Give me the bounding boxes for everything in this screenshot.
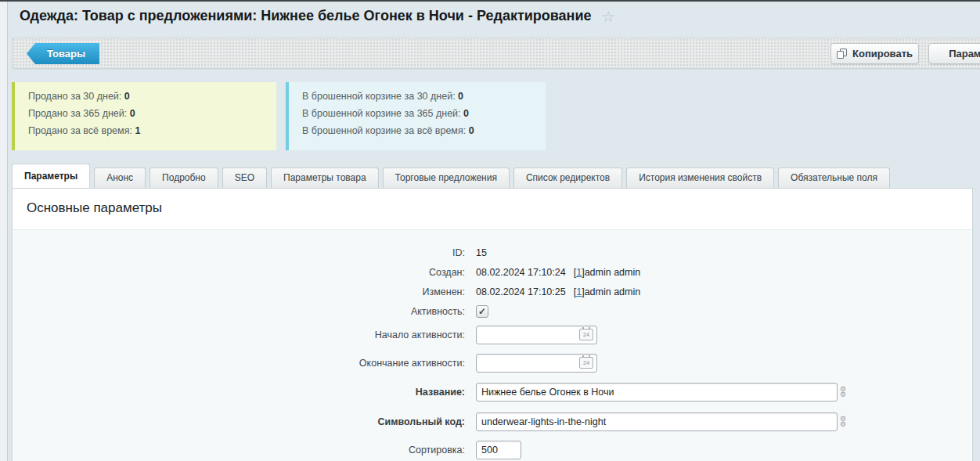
created-label: Создан: [13,267,476,278]
modified-datetime: 08.02.2024 17:10:25 [476,286,566,297]
tab-trade-offers[interactable]: Торговые предложения [383,167,510,188]
translit-settings-icon[interactable]: ⚙⚙ [840,416,846,427]
form-row-name: Название: ⚙⚙ [13,377,971,407]
sold-365-days-value: 0 [130,108,135,119]
back-to-products-button[interactable]: Товары [27,43,99,64]
sold-all-time: Продано за всё время: 1 [28,125,276,136]
tab-property-change-history[interactable]: История изменения свойств [626,167,774,188]
sold-stats-box: Продано за 30 дней: 0 Продано за 365 дне… [12,82,276,150]
tab-redirect-list[interactable]: Список редиректов [513,167,622,188]
id-label: ID: [13,247,476,258]
form-row-active: Активность: ✓ [13,301,971,321]
sort-label: Сортировка: [13,445,476,456]
modified-label: Изменен: [13,286,476,297]
tab-required-fields[interactable]: Обязательные поля [778,167,890,188]
translit-settings-icon[interactable]: ⚙⚙ [840,387,846,398]
tab-seo[interactable]: SEO [222,167,267,188]
form-row-code: Символьный код: ⚙⚙ [13,407,971,437]
sold-30-days: Продано за 30 дней: 0 [28,91,276,102]
abandoned-365-days: В брошенной корзине за 365 дней: 0 [302,108,546,119]
modified-user-name: admin admin [585,286,641,297]
name-label: Название: [13,387,476,398]
main-parameters-panel: Основные параметры ID: 15 Создан: 08.02.… [12,188,973,461]
abandoned-all-time-value: 0 [469,125,474,136]
abandoned-30-days: В брошенной корзине за 30 дней: 0 [302,91,546,102]
edit-form: ID: 15 Создан: 08.02.2024 17:10:24 [1] a… [13,229,971,461]
tab-product-parameters[interactable]: Параметры товара [271,167,379,188]
code-input[interactable] [476,412,838,431]
calendar-icon[interactable]: 24 [579,357,593,369]
sort-input[interactable] [476,441,521,459]
top-divider [0,0,980,2]
form-row-active-to: Окончание активности: 24 [13,349,971,377]
tab-parameters[interactable]: Параметры [12,164,90,188]
created-user-name: admin admin [585,267,641,278]
sold-all-time-value: 1 [135,125,140,136]
active-checkbox[interactable]: ✓ [476,305,488,318]
calendar-icon[interactable]: 24 [579,329,593,340]
context-toolbar: Товары Копировать Параметр [12,38,980,69]
active-to-label: Окончание активности: [13,358,476,369]
copy-button-label: Копировать [852,48,913,59]
id-value: 15 [476,247,487,258]
sold-30-days-value: 0 [124,91,130,102]
page-title: Одежда: Товар с предложениями: Нижнее бе… [20,8,615,26]
settings-button[interactable]: Параметр [928,43,980,64]
form-row-sort: Сортировка: [13,437,971,461]
active-label: Активность: [13,306,476,317]
modified-user-id-link[interactable]: 1 [576,286,582,297]
created-user-id-link[interactable]: 1 [576,267,582,278]
active-from-label: Начало активности: [13,330,476,340]
edit-form-tabs: Параметры Анонс Подробно SEO Параметры т… [12,164,980,188]
form-row-active-from: Начало активности: 24 [13,321,971,349]
sold-365-days: Продано за 365 дней: 0 [28,108,276,119]
copy-button[interactable]: Копировать [830,43,919,64]
page-title-text: Одежда: Товар с предложениями: Нижнее бе… [20,8,592,23]
form-row-created: Создан: 08.02.2024 17:10:24 [1] admin ad… [13,262,971,282]
abandoned-30-days-value: 0 [458,91,463,102]
tab-announce[interactable]: Анонс [94,167,146,188]
form-row-id: ID: 15 [13,243,971,262]
favorite-star-icon[interactable]: ☆ [602,8,615,26]
copy-icon [837,49,847,59]
settings-button-label: Параметр [949,48,980,59]
abandoned-365-days-value: 0 [463,108,469,119]
abandoned-cart-stats-box: В брошенной корзине за 30 дней: 0 В брош… [286,82,546,150]
check-icon: ✓ [478,307,486,316]
created-datetime: 08.02.2024 17:10:24 [476,267,566,278]
tab-detail[interactable]: Подробно [150,167,218,188]
section-title: Основные параметры [27,200,972,216]
name-input[interactable] [476,383,838,402]
code-label: Символьный код: [13,416,476,427]
left-rail [0,2,8,461]
abandoned-all-time: В брошенной корзине за всё время: 0 [302,125,546,136]
form-row-modified: Изменен: 08.02.2024 17:10:25 [1] admin a… [13,282,971,301]
